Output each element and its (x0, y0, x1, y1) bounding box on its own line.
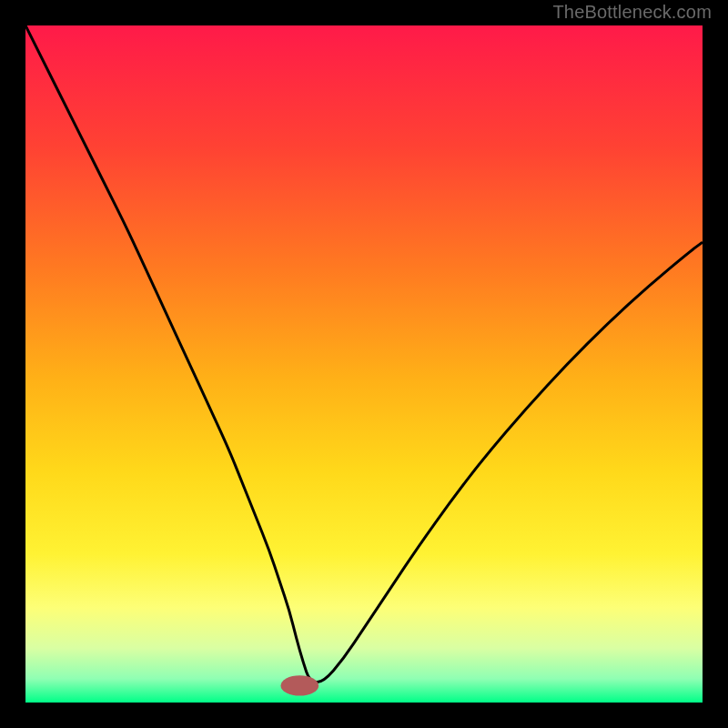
plot-area (25, 25, 703, 703)
watermark-text: TheBottleneck.com (552, 2, 712, 23)
chart-frame: TheBottleneck.com (0, 0, 728, 728)
chart-svg (25, 25, 703, 703)
optimal-point-marker (280, 675, 318, 695)
gradient-background (25, 25, 703, 703)
